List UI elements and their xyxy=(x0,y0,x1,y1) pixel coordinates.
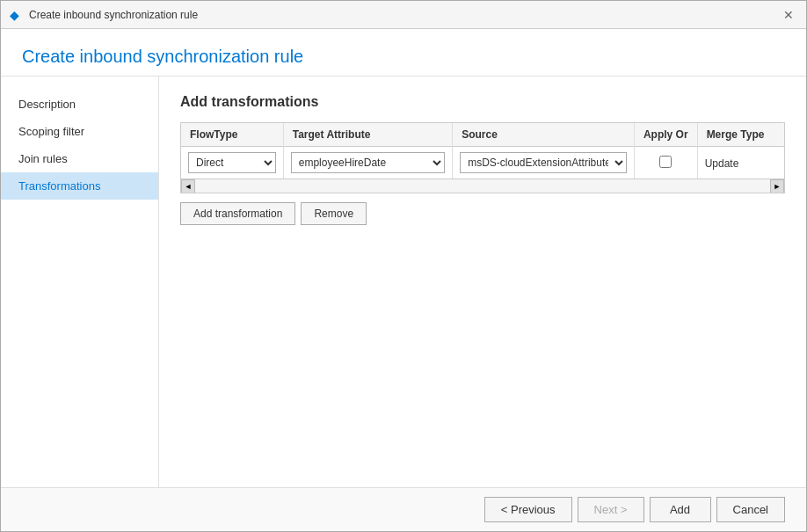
footer: < Previous Next > Add Cancel xyxy=(1,487,806,531)
table-row: Direct Constant Expression employeeHireD… xyxy=(181,147,784,179)
merge-type-value: Update xyxy=(705,157,739,170)
title-bar: ◆ Create inbound synchronization rule ✕ xyxy=(1,1,806,29)
header-merge-type: Merge Type xyxy=(697,123,784,147)
section-title: Add transformations xyxy=(180,94,785,110)
transformations-table: FlowType Target Attribute Source Apply O… xyxy=(181,123,784,179)
cancel-button[interactable]: Cancel xyxy=(716,497,785,522)
title-bar-text: Create inbound synchronization rule xyxy=(29,9,198,21)
close-button[interactable]: ✕ xyxy=(780,6,797,24)
main-window: ◆ Create inbound synchronization rule ✕ … xyxy=(0,0,807,532)
header-target-attribute: Target Attribute xyxy=(283,123,452,147)
title-bar-left: ◆ Create inbound synchronization rule xyxy=(10,8,198,22)
main-area: Description Scoping filter Join rules Tr… xyxy=(1,77,806,487)
add-button[interactable]: Add xyxy=(650,497,711,522)
target-attribute-select[interactable]: employeeHireDate xyxy=(291,152,445,173)
merge-type-cell: Update xyxy=(697,147,784,179)
scroll-left-button[interactable]: ◄ xyxy=(181,179,195,193)
source-select[interactable]: msDS-cloudExtensionAttribute1 xyxy=(460,152,627,173)
horizontal-scrollbar: ◄ ► xyxy=(181,179,784,193)
transformations-table-wrapper: FlowType Target Attribute Source Apply O… xyxy=(180,122,785,193)
page-title: Create inbound synchronization rule xyxy=(22,47,785,67)
apply-once-cell xyxy=(634,147,697,179)
header-source: Source xyxy=(453,123,635,147)
content-area: Create inbound synchronization rule Desc… xyxy=(1,29,806,487)
next-button[interactable]: Next > xyxy=(578,497,644,522)
action-buttons: Add transformation Remove xyxy=(180,202,785,225)
apply-once-checkbox[interactable] xyxy=(659,156,672,168)
add-transformation-button[interactable]: Add transformation xyxy=(180,202,295,225)
sidebar-item-description[interactable]: Description xyxy=(1,91,158,118)
header-apply-once: Apply Or xyxy=(634,123,697,147)
target-attribute-cell: employeeHireDate xyxy=(283,147,452,179)
app-icon: ◆ xyxy=(10,8,24,22)
sidebar-item-transformations[interactable]: Transformations xyxy=(1,172,158,200)
scroll-track[interactable] xyxy=(195,179,770,193)
scroll-right-button[interactable]: ► xyxy=(770,179,784,193)
sidebar: Description Scoping filter Join rules Tr… xyxy=(1,77,159,487)
previous-button[interactable]: < Previous xyxy=(484,497,572,522)
right-panel: Add transformations FlowType Target Attr… xyxy=(159,77,806,487)
sidebar-item-join-rules[interactable]: Join rules xyxy=(1,145,158,172)
source-cell: msDS-cloudExtensionAttribute1 xyxy=(453,147,635,179)
sidebar-item-scoping-filter[interactable]: Scoping filter xyxy=(1,118,158,145)
remove-button[interactable]: Remove xyxy=(301,202,367,225)
flowtype-select[interactable]: Direct Constant Expression xyxy=(188,152,276,173)
page-header: Create inbound synchronization rule xyxy=(1,29,806,77)
table-header-row: FlowType Target Attribute Source Apply O… xyxy=(181,123,784,147)
flowtype-cell: Direct Constant Expression xyxy=(181,147,283,179)
header-flowtype: FlowType xyxy=(181,123,283,147)
